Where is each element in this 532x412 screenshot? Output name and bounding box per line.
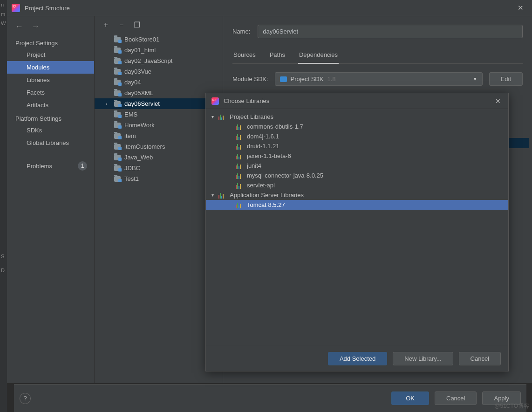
library-item[interactable]: mysql-connector-java-8.0.25 xyxy=(206,171,508,180)
library-icon xyxy=(236,153,243,159)
sdk-version: 1.8 xyxy=(327,76,335,82)
module-sdk-label: Module SDK: xyxy=(232,76,268,82)
window-title: Project Structure xyxy=(25,5,514,12)
sdk-value: Project SDK xyxy=(291,76,324,82)
group-label: Application Server Libraries xyxy=(230,192,304,199)
cancel-button[interactable]: Cancel xyxy=(435,391,477,405)
library-item[interactable]: commons-dbutils-1.7 xyxy=(206,122,508,131)
module-item[interactable]: day02_JavaScript xyxy=(95,55,223,66)
library-icon xyxy=(236,202,243,208)
dialog-title: Choose Libraries xyxy=(224,97,269,104)
app-icon xyxy=(12,4,20,12)
module-name-input[interactable] xyxy=(258,25,523,38)
module-item[interactable]: HomeWork xyxy=(95,120,223,130)
dialog-footer: Add Selected New Library... Cancel xyxy=(206,346,508,371)
tab-paths[interactable]: Paths xyxy=(269,48,286,63)
tab-sources[interactable]: Sources xyxy=(232,48,257,63)
module-label: BookStore01 xyxy=(124,36,159,43)
help-icon[interactable]: ? xyxy=(20,393,31,404)
sidebar-item-problems[interactable]: Problems 1 xyxy=(7,158,94,173)
dialog-button-bar: ? OK Cancel Apply xyxy=(14,384,526,412)
library-label: druid-1.1.21 xyxy=(247,143,279,150)
sidebar-group-platform-settings: Platform Settings xyxy=(7,111,94,124)
module-item[interactable]: BookStore01 xyxy=(95,34,223,45)
add-module-icon[interactable]: ＋ xyxy=(102,20,109,30)
module-item[interactable]: itemCustomers xyxy=(95,141,223,152)
library-tree[interactable]: ▾Project Librariescommons-dbutils-1.7dom… xyxy=(206,109,508,346)
sidebar-item-libraries[interactable]: Libraries xyxy=(7,74,94,86)
add-selected-button[interactable]: Add Selected xyxy=(328,352,387,365)
sdk-folder-icon xyxy=(280,76,287,82)
module-item[interactable]: Test1 xyxy=(95,173,223,184)
module-label: day05XML xyxy=(124,89,153,96)
library-label: mysql-connector-java-8.0.25 xyxy=(247,172,323,179)
module-folder-icon xyxy=(114,90,121,96)
module-item[interactable]: day04 xyxy=(95,77,223,88)
name-label: Name: xyxy=(232,28,250,35)
module-label: item xyxy=(124,132,136,139)
sidebar-item-modules[interactable]: Modules xyxy=(7,61,94,74)
dialog-cancel-button[interactable]: Cancel xyxy=(459,352,501,365)
module-folder-icon xyxy=(114,155,121,160)
library-item[interactable]: Tomcat 8.5.27 xyxy=(206,200,508,210)
group-label: Project Libraries xyxy=(230,113,273,120)
module-item[interactable]: item xyxy=(95,130,223,141)
module-item[interactable]: Java_Web xyxy=(95,152,223,163)
edit-sdk-button[interactable]: Edit xyxy=(489,72,523,86)
sidebar-item-sdks[interactable]: SDKs xyxy=(7,124,94,137)
library-icon xyxy=(236,182,243,189)
nav-forward-icon[interactable]: → xyxy=(32,22,40,31)
module-label: HomeWork xyxy=(124,122,155,129)
library-label: servlet-api xyxy=(247,182,275,189)
module-folder-icon xyxy=(114,133,121,139)
nav-back-icon[interactable]: ← xyxy=(15,22,23,31)
library-group[interactable]: ▾Application Server Libraries xyxy=(206,190,508,200)
sidebar-group-project-settings: Project Settings xyxy=(7,36,94,48)
module-folder-icon xyxy=(114,101,121,107)
new-library-button[interactable]: New Library... xyxy=(393,352,453,365)
library-icon xyxy=(236,163,243,169)
module-item[interactable]: day03Vue xyxy=(95,66,223,77)
library-group[interactable]: ▾Project Libraries xyxy=(206,112,508,122)
module-folder-icon xyxy=(114,69,121,75)
library-item[interactable]: druid-1.1.21 xyxy=(206,141,508,151)
detail-tabs: Sources Paths Dependencies xyxy=(232,48,523,64)
close-icon[interactable]: ✕ xyxy=(514,2,527,14)
module-label: day04 xyxy=(124,79,141,86)
remove-module-icon[interactable]: － xyxy=(118,20,125,30)
sidebar-item-facets[interactable]: Facets xyxy=(7,86,94,99)
module-label: itemCustomers xyxy=(124,143,165,150)
library-item[interactable]: junit4 xyxy=(206,161,508,171)
copy-module-icon[interactable]: ❐ xyxy=(134,21,140,29)
sidebar-item-artifacts[interactable]: Artifacts xyxy=(7,99,94,111)
module-folder-icon xyxy=(114,112,121,117)
library-item[interactable]: dom4j-1.6.1 xyxy=(206,131,508,141)
module-sdk-dropdown[interactable]: Project SDK 1.8 ▼ xyxy=(275,72,483,86)
library-item[interactable]: servlet-api xyxy=(206,180,508,190)
sidebar-item-project[interactable]: Project xyxy=(7,48,94,61)
library-label: commons-dbutils-1.7 xyxy=(247,123,303,130)
library-label: junit4 xyxy=(247,162,261,169)
sidebar-item-global-libraries[interactable]: Global Libraries xyxy=(7,137,94,149)
module-label: Test1 xyxy=(124,175,139,182)
chevron-right-icon: › xyxy=(106,101,110,106)
library-item[interactable]: jaxen-1.1-beta-6 xyxy=(206,151,508,161)
tab-dependencies[interactable]: Dependencies xyxy=(298,48,339,64)
module-item[interactable]: day01_html xyxy=(95,45,223,55)
module-folder-icon xyxy=(114,48,121,53)
module-item[interactable]: JDBC xyxy=(95,163,223,173)
library-label: dom4j-1.6.1 xyxy=(247,133,279,140)
chevron-down-icon: ▼ xyxy=(473,76,477,82)
library-icon xyxy=(236,124,243,130)
chevron-down-icon: ▾ xyxy=(211,114,214,119)
ok-button[interactable]: OK xyxy=(391,391,429,405)
module-item[interactable]: EMS xyxy=(95,109,223,120)
problems-label: Problems xyxy=(27,163,52,170)
module-label: EMS xyxy=(124,111,137,118)
module-item[interactable]: ›day06Servlet xyxy=(95,98,223,109)
module-toolbar: ＋ － ❐ xyxy=(95,16,223,30)
dialog-close-icon[interactable]: ✕ xyxy=(493,96,503,107)
module-item[interactable]: day05XML xyxy=(95,88,223,98)
module-label: day01_html xyxy=(124,47,156,54)
dialog-app-icon xyxy=(211,97,219,105)
